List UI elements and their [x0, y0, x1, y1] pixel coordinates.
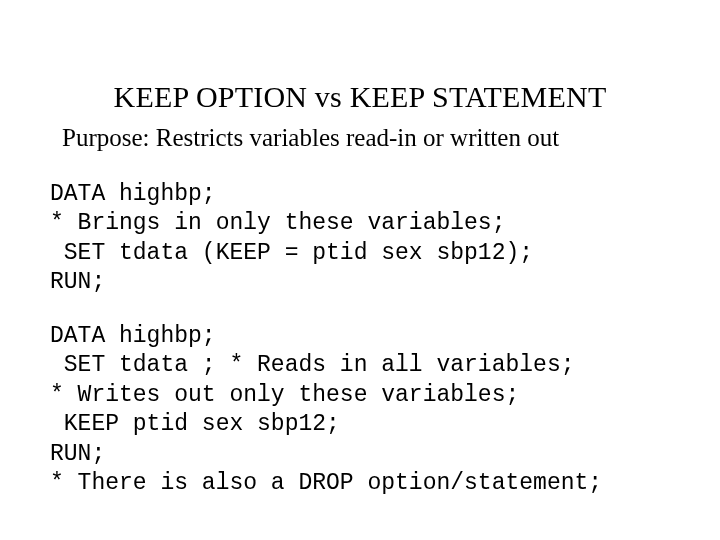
- code-line: RUN;: [50, 441, 105, 467]
- code-line: DATA highbp;: [50, 323, 216, 349]
- code-line: SET tdata (KEEP = ptid sex sbp12);: [50, 240, 533, 266]
- code-line: RUN;: [50, 269, 105, 295]
- code-block-keep-option: DATA highbp; * Brings in only these vari…: [50, 180, 670, 298]
- code-line: * There is also a DROP option/statement;: [50, 470, 602, 496]
- code-line: KEEP ptid sex sbp12;: [50, 411, 340, 437]
- code-line: * Brings in only these variables;: [50, 210, 505, 236]
- code-line: * Writes out only these variables;: [50, 382, 519, 408]
- slide-title: KEEP OPTION vs KEEP STATEMENT: [50, 80, 670, 114]
- code-block-keep-statement: DATA highbp; SET tdata ; * Reads in all …: [50, 322, 670, 499]
- purpose-line: Purpose: Restricts variables read-in or …: [62, 124, 670, 152]
- code-line: SET tdata ; * Reads in all variables;: [50, 352, 575, 378]
- slide: KEEP OPTION vs KEEP STATEMENT Purpose: R…: [0, 0, 720, 540]
- code-line: DATA highbp;: [50, 181, 216, 207]
